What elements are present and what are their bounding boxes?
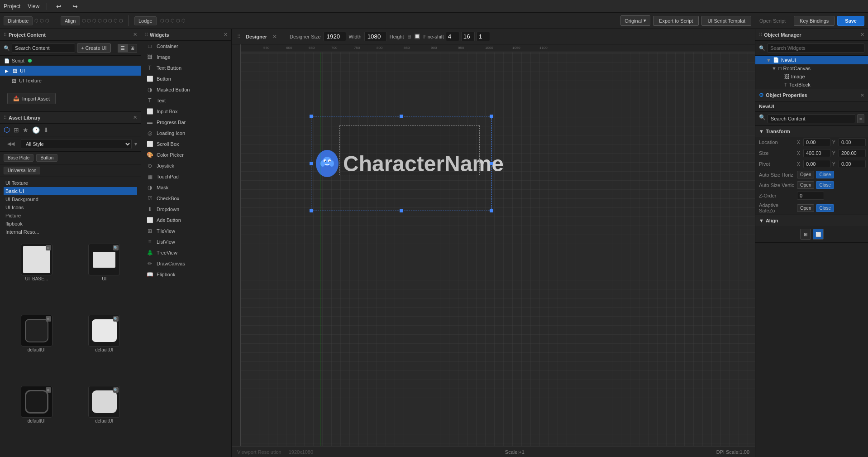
fine-shift-z[interactable] — [477, 32, 490, 41]
obj-manager-search-input[interactable] — [767, 43, 864, 53]
redo-button[interactable]: ↪ — [71, 2, 80, 11]
auto-size-v-open[interactable]: Open — [797, 181, 814, 189]
handle-mid-right[interactable] — [490, 162, 493, 165]
props-align-header[interactable]: ▼ Align — [755, 215, 868, 226]
style-dropdown[interactable]: All Style — [21, 139, 132, 149]
menu-project[interactable]: Project — [4, 3, 20, 10]
widget-color-picker[interactable]: 🎨 Color Picker — [141, 149, 231, 160]
widget-scroll-box[interactable]: ⬜ Scroll Box — [141, 139, 231, 149]
auto-size-v-close[interactable]: Close — [816, 181, 834, 189]
collapse-button[interactable]: ◀◀ — [4, 139, 18, 149]
cat-ui-icons[interactable]: UI Icons — [4, 203, 137, 212]
fine-shift-x[interactable] — [446, 32, 459, 41]
widget-joystick[interactable]: ⊙ Joystick — [141, 160, 231, 171]
project-panel-close[interactable]: ✕ — [133, 32, 137, 38]
widget-checkbox[interactable]: ☑ CheckBox — [141, 193, 231, 204]
obj-manager-close[interactable]: ✕ — [860, 32, 864, 38]
cat-basic-ui[interactable]: Basic UI — [4, 187, 137, 195]
asset-item-default-1[interactable]: ⊕ defaultUI — [4, 313, 70, 382]
canvas-area[interactable]: CharacterName — [241, 53, 755, 446]
asset-icon-5[interactable]: ⬇ — [43, 126, 49, 134]
handle-bot-mid[interactable] — [400, 209, 403, 212]
import-asset-button[interactable]: 📥 Import Asset — [7, 93, 56, 104]
widget-ads-button[interactable]: ⬜ Ads Button — [141, 215, 231, 226]
prop-z-order[interactable] — [797, 192, 824, 200]
designer-canvas[interactable]: 550 600 650 700 750 800 850 900 950 1000… — [232, 44, 755, 457]
asset-library-close[interactable]: ✕ — [133, 115, 137, 120]
props-search-input[interactable] — [768, 114, 855, 123]
lock-icon[interactable]: 🔲 — [414, 34, 420, 39]
asset-icon-2[interactable]: ⊞ — [14, 126, 19, 134]
undo-button[interactable]: ↩ — [54, 2, 63, 11]
outer-selection-box[interactable]: CharacterName — [311, 116, 492, 211]
prop-size-y[interactable] — [839, 149, 866, 157]
save-button[interactable]: Save — [837, 16, 864, 26]
tree-item-ui-texture[interactable]: 🖼 UI Texture — [0, 76, 141, 86]
tag-base-plate[interactable]: Base Plate — [4, 154, 33, 162]
widget-drawcanvas[interactable]: ✏ DrawCanvas — [141, 258, 231, 269]
asset-icon-1[interactable]: ⬡ — [4, 125, 10, 134]
handle-top-mid[interactable] — [400, 115, 403, 118]
cat-ui-background[interactable]: UI Background — [4, 195, 137, 203]
obj-props-close[interactable]: ✕ — [860, 92, 864, 98]
designer-width-input[interactable] — [324, 32, 346, 41]
align-button[interactable]: Align — [61, 16, 80, 25]
cat-flipbook[interactable]: flipbook — [4, 220, 137, 228]
handle-bot-left[interactable] — [310, 209, 313, 212]
export-script-button[interactable]: Export to Script — [653, 16, 699, 26]
tree-item-ui[interactable]: ▶ 🖼 UI — [0, 66, 141, 76]
asset-item-default-4[interactable]: 🔍 defaultUI — [72, 384, 138, 453]
key-bindings-button[interactable]: Key Bindings — [794, 16, 835, 26]
widget-tileview[interactable]: ⊞ TileView — [141, 226, 231, 236]
asset-item-default-2[interactable]: 🔍 defaultUI — [72, 313, 138, 382]
handle-top-right[interactable] — [490, 115, 493, 118]
project-search-input[interactable] — [12, 43, 75, 53]
widget-progress-bar[interactable]: ▬ Progress Bar — [141, 117, 231, 128]
distribute-button[interactable]: Distribute — [4, 16, 33, 25]
list-view-button[interactable]: ☰ — [118, 44, 128, 53]
asset-icon-4[interactable]: 🕐 — [32, 126, 40, 134]
adaptive-close[interactable]: Close — [816, 204, 834, 212]
handle-top-left[interactable] — [310, 115, 313, 118]
widget-masked-button[interactable]: ◑ Masked Button — [141, 84, 231, 95]
widget-touchpad[interactable]: ▦ TouchPad — [141, 171, 231, 182]
widget-listview[interactable]: ≡ ListView — [141, 236, 231, 247]
fine-shift-y[interactable] — [461, 32, 475, 41]
obj-item-newui[interactable]: ▼ 📄 NewUI — [755, 56, 868, 64]
tag-universal-icon[interactable]: Universal Icon — [4, 167, 40, 174]
cat-internal-reso[interactable]: Internal Reso... — [4, 228, 137, 236]
widget-treeview[interactable]: 🌲 TreeView — [141, 247, 231, 258]
cat-picture[interactable]: Picture — [4, 212, 137, 220]
tag-button[interactable]: Button — [36, 154, 57, 162]
widgets-close[interactable]: ✕ — [224, 32, 228, 38]
menu-view[interactable]: View — [28, 3, 39, 10]
prop-location-y[interactable] — [839, 138, 866, 146]
original-dropdown[interactable]: Original ▾ — [620, 15, 650, 26]
widget-input-box[interactable]: ⬜ Input Box — [141, 106, 231, 117]
tree-item-script[interactable]: 📄 Script — [0, 56, 141, 66]
props-transform-header[interactable]: ▼ Transform — [755, 126, 868, 137]
asset-item-ui[interactable]: 🔍 UI — [72, 242, 138, 311]
widget-image[interactable]: 🖼 Image — [141, 52, 231, 63]
prop-size-x[interactable] — [803, 149, 830, 157]
asset-icon-3[interactable]: ★ — [23, 126, 29, 134]
obj-item-textblock[interactable]: T TextBlock — [755, 81, 868, 89]
handle-mid-left[interactable] — [310, 162, 313, 165]
adaptive-open[interactable]: Open — [797, 204, 814, 212]
auto-size-h-close[interactable]: Close — [816, 171, 834, 178]
screen-icon[interactable]: 🖥 — [406, 34, 411, 39]
open-script-button[interactable]: Open Script — [754, 16, 791, 25]
asset-item-default-3[interactable]: ⊕ defaultUI — [4, 384, 70, 453]
designer-close[interactable]: ✕ — [272, 34, 277, 40]
create-ui-button[interactable]: + Create UI — [77, 43, 111, 53]
align-left-btn[interactable]: ⊞ — [800, 229, 811, 240]
lodge-button[interactable]: Lodge — [134, 16, 157, 25]
prop-location-x[interactable] — [803, 138, 830, 146]
prop-pivot-x[interactable] — [803, 160, 830, 168]
widget-text-button[interactable]: T Text Button — [141, 63, 231, 73]
asset-item-ui-base[interactable]: ⊕ UI_BASE... — [4, 242, 70, 311]
handle-bot-right[interactable] — [490, 209, 493, 212]
grid-view-button[interactable]: ⊞ — [128, 44, 137, 53]
widget-loading-icon[interactable]: ◎ Loading Icon — [141, 128, 231, 139]
prop-pivot-y[interactable] — [839, 160, 866, 168]
